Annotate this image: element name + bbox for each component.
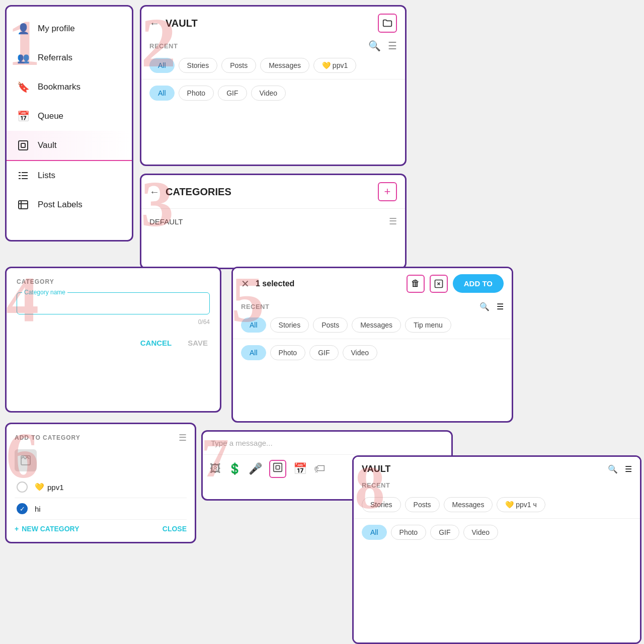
ppv1-emoji: 💛 <box>35 482 44 492</box>
add-to-button[interactable]: ADD TO <box>453 274 504 293</box>
media-filter-row: All Photo GIF Video <box>233 341 512 364</box>
filter-icon[interactable]: ☰ <box>388 40 397 52</box>
svg-rect-14 <box>276 465 279 469</box>
move-icon-button[interactable] <box>430 275 448 293</box>
type-filter-row: All Stories Posts Messages 💛 ppv1 <box>141 54 405 77</box>
filter-chip-ppv1[interactable]: 💛 ppv1 ч <box>497 497 545 512</box>
profile-icon: 👤 <box>17 22 30 35</box>
message-input[interactable]: Type a message... <box>203 432 451 455</box>
recent-label: RECENT <box>149 42 178 50</box>
selected-count-label: 1 selected <box>256 279 400 288</box>
form-section-label: CATEGORY <box>17 278 210 285</box>
close-button[interactable]: CLOSE <box>163 525 187 533</box>
sidebar-item-label: My profile <box>38 24 75 34</box>
category-thumbnail <box>15 449 37 471</box>
filter-chip-posts[interactable]: Posts <box>221 58 256 73</box>
delete-icon-button[interactable]: 🗑 <box>407 275 425 293</box>
back-arrow-icon[interactable]: ← <box>149 186 159 198</box>
vault-icon-button[interactable] <box>269 460 286 478</box>
sidebar-item-referrals[interactable]: 👥 Referrals <box>7 43 132 72</box>
media-chip-gif[interactable]: GIF <box>430 525 459 540</box>
plus-icon: + <box>15 525 19 533</box>
queue-icon: 📅 <box>17 110 30 123</box>
media-chip-photo[interactable]: Photo <box>391 525 427 540</box>
folder-icon-button[interactable] <box>378 14 397 33</box>
media-chip-all[interactable]: All <box>241 345 266 360</box>
sidebar-item-lists[interactable]: Lists <box>7 161 132 190</box>
media-chip-photo[interactable]: Photo <box>270 345 306 360</box>
media-chip-gif[interactable]: GIF <box>218 86 247 101</box>
media-filter-row: All Photo GIF Video <box>354 521 640 544</box>
type-filter-row: All Stories Posts Messages Tip menu <box>233 313 512 337</box>
category-item-default[interactable]: DEFAULT ☰ <box>141 208 405 234</box>
selection-header: ✕ 1 selected 🗑 ADD TO <box>233 268 512 299</box>
filter-chip-posts[interactable]: Posts <box>313 317 348 333</box>
media-chip-photo[interactable]: Photo <box>179 86 214 101</box>
sidebar-item-vault[interactable]: Vault <box>7 131 132 161</box>
sort-icon[interactable]: ☰ <box>179 432 187 443</box>
category-option-hi[interactable]: hi <box>15 498 187 520</box>
sidebar-panel: 👤 My profile 👥 Referrals 🔖 Bookmarks 📅 Q… <box>5 5 133 242</box>
category-option-ppv1[interactable]: 💛 ppv1 <box>15 476 187 498</box>
filter-chip-all[interactable]: All <box>149 58 175 73</box>
cancel-button[interactable]: CANCEL <box>138 336 174 350</box>
add-category-button[interactable]: + <box>378 182 397 201</box>
filter-chip-messages[interactable]: Messages <box>352 317 401 333</box>
filter-chip-messages[interactable]: Messages <box>444 497 493 512</box>
sidebar-item-label: Queue <box>38 111 63 121</box>
back-arrow-icon[interactable]: ← <box>149 18 159 29</box>
input-label: Category name <box>22 289 67 296</box>
radio-ppv1[interactable] <box>17 481 28 493</box>
filter-chip-tip-menu[interactable]: Tip menu <box>405 317 451 333</box>
filter-chip-messages[interactable]: Messages <box>260 58 309 73</box>
svg-rect-0 <box>19 141 28 150</box>
sort-icon[interactable]: ☰ <box>389 216 397 227</box>
recent-label: RECENT <box>241 303 269 310</box>
calendar-icon[interactable]: 📅 <box>293 462 307 475</box>
mic-icon[interactable]: 🎤 <box>249 462 262 475</box>
svg-rect-13 <box>274 463 282 472</box>
sidebar-item-label: Bookmarks <box>38 82 80 92</box>
photo-icon[interactable]: 🖼 <box>210 462 221 475</box>
category-option-name: hi <box>35 505 41 513</box>
filter-chip-stories[interactable]: Stories <box>179 58 218 73</box>
filter-chip-ppv1[interactable]: 💛 ppv1 <box>313 58 356 73</box>
filter-chip-all[interactable]: All <box>241 317 266 333</box>
sidebar-item-post-labels[interactable]: Post Labels <box>7 190 132 219</box>
form-actions: CANCEL SAVE <box>17 336 210 350</box>
filter-chip-stories[interactable]: Stories <box>362 497 401 512</box>
vault-overlay-title: VAULT <box>362 464 602 474</box>
search-icon[interactable]: 🔍 <box>608 464 618 474</box>
save-button[interactable]: SAVE <box>186 336 210 350</box>
vault-overlay-header: VAULT 🔍 ☰ <box>354 457 640 481</box>
filter-icon[interactable]: ☰ <box>625 464 632 474</box>
radio-hi[interactable] <box>17 503 28 514</box>
media-chip-all[interactable]: All <box>149 86 175 101</box>
media-chip-video[interactable]: Video <box>343 345 378 360</box>
filter-chip-posts[interactable]: Posts <box>405 497 440 512</box>
sidebar-item-profile[interactable]: 👤 My profile <box>7 14 132 43</box>
new-category-button[interactable]: + NEW CATEGORY <box>15 525 79 533</box>
filter-chip-stories[interactable]: Stories <box>270 317 309 333</box>
sidebar-item-bookmarks[interactable]: 🔖 Bookmarks <box>7 72 132 102</box>
recent-label: RECENT <box>362 481 632 489</box>
tag-icon[interactable]: 🏷 <box>314 462 325 475</box>
category-name-input[interactable] <box>24 299 202 307</box>
media-chip-all[interactable]: All <box>362 525 387 540</box>
search-icon[interactable]: 🔍 <box>479 302 490 311</box>
dollar-icon[interactable]: 💲 <box>228 462 242 475</box>
message-placeholder: Type a message... <box>211 439 273 447</box>
media-chip-video[interactable]: Video <box>251 86 286 101</box>
add-to-category-panel: ADD TO CATEGORY ☰ 💛 ppv1 hi + NEW CATEGO… <box>5 423 196 543</box>
sidebar-item-label: Lists <box>38 171 55 181</box>
sidebar-item-queue[interactable]: 📅 Queue <box>7 102 132 131</box>
close-icon[interactable]: ✕ <box>241 278 250 290</box>
media-chip-gif[interactable]: GIF <box>309 345 338 360</box>
char-count: 0/64 <box>17 318 210 326</box>
category-name: DEFAULT <box>149 217 183 226</box>
sidebar-item-label: Referrals <box>38 53 72 63</box>
media-chip-video[interactable]: Video <box>463 525 499 540</box>
search-icon[interactable]: 🔍 <box>368 40 381 52</box>
action-icons: 🗑 ADD TO <box>407 274 504 293</box>
filter-icon[interactable]: ☰ <box>497 302 504 311</box>
